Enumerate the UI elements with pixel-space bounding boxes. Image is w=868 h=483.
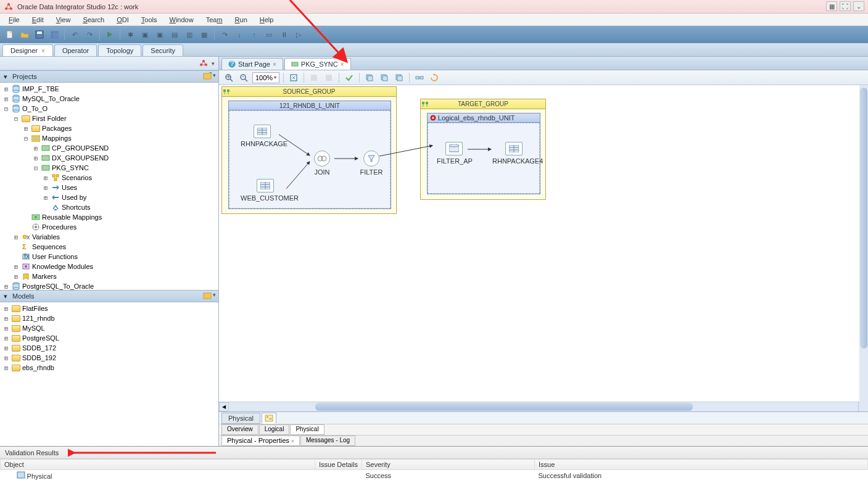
col-issue[interactable]: Issue (535, 460, 868, 470)
expand-icon[interactable]: ⊞ (2, 345, 10, 352)
zoom-select[interactable]: 100%▾ (252, 72, 279, 83)
menu-icon[interactable]: ▾ (213, 292, 216, 300)
expand-icon[interactable]: ⊞ (2, 305, 10, 312)
save-icon[interactable] (33, 28, 46, 41)
subtab-overview[interactable]: Overview (221, 424, 258, 435)
grid-icon-2[interactable] (323, 72, 335, 84)
tree-item[interactable]: ⊞Scenarios (0, 173, 218, 183)
expand-icon[interactable]: ⊞ (42, 175, 49, 181)
models-tree[interactable]: ⊞FlatFiles⊞121_rhndb⊞MySQL⊞PostgreSQL⊞SD… (0, 302, 218, 446)
collapse-icon[interactable]: ▾ (4, 73, 10, 81)
copy2-icon[interactable] (378, 72, 391, 84)
tree-item[interactable]: ⊞Packages (0, 123, 218, 133)
node-filter-ap[interactable]: FILTER_AP (437, 142, 471, 165)
expand-icon[interactable]: ⊟ (32, 165, 39, 171)
tree-item[interactable]: ⊞Used by (0, 192, 218, 202)
tree-item[interactable]: ⊞FlatFiles (0, 303, 218, 313)
tab-diagram-icon[interactable] (262, 413, 276, 424)
tree-item[interactable]: ⊟Mappings (0, 133, 218, 143)
close-icon[interactable]: × (341, 61, 344, 68)
tool-icon-3[interactable]: ▤ (168, 28, 181, 41)
grid-icon-1[interactable] (308, 72, 320, 84)
debug-icon[interactable]: ✱ (124, 28, 136, 41)
close-icon[interactable]: × (41, 47, 45, 54)
tab-physical[interactable]: Physical (221, 413, 260, 424)
tree-item[interactable]: ⊞ebs_rhndb (0, 363, 218, 373)
tree-item[interactable]: ⊞DX_GROUPSEND (0, 153, 218, 163)
menu-tools[interactable]: Tools (135, 15, 163, 25)
v-scrollbar[interactable] (859, 85, 868, 411)
tree-item[interactable]: Reusable Mappings (0, 212, 218, 222)
tab-pkg-sync[interactable]: PKG_SYNC × (284, 58, 351, 70)
step-over-icon[interactable]: ↷ (218, 28, 231, 41)
tool-icon-4[interactable]: ▥ (183, 28, 196, 41)
expand-icon[interactable]: ⊞ (2, 325, 10, 332)
collapse-icon[interactable]: ▾ (4, 292, 10, 300)
tree-item[interactable]: ⊞Uses (0, 183, 218, 192)
tab-messages-log[interactable]: Messages - Log (300, 436, 355, 446)
tab-physical-properties[interactable]: Physical - Properties × (221, 436, 300, 446)
new-project-icon[interactable]: + (203, 72, 212, 81)
expand-icon[interactable]: ⊞ (2, 365, 10, 371)
models-header[interactable]: ▾ Models ▾ (0, 290, 218, 302)
tree-item[interactable]: ⊞Knowledge Modules (0, 262, 218, 271)
node-rhnpackage4[interactable]: RHNPACKAGE4 (492, 142, 535, 165)
tool-icon-5[interactable]: ▦ (198, 28, 210, 41)
node-filter[interactable]: FILTER (359, 151, 384, 176)
tab-topology[interactable]: Topology (98, 44, 141, 56)
h-scrollbar[interactable]: ◀ ▶ (219, 402, 868, 411)
window-dropdown-icon[interactable]: ⌄ (853, 1, 864, 11)
tree-item[interactable]: ⊟First Folder (0, 114, 218, 123)
expand-icon[interactable]: ⊞ (22, 125, 30, 132)
new-model-icon[interactable] (203, 292, 212, 300)
tree-item[interactable]: ⊞SDDB_192 (0, 353, 218, 363)
projects-header[interactable]: ▾ Projects + ▾ (0, 70, 218, 83)
expand-icon[interactable]: ⊞ (32, 155, 39, 162)
menu-run[interactable]: Run (229, 15, 254, 25)
tree-item[interactable]: ⊟PKG_SYNC (0, 163, 218, 173)
tree-item[interactable]: ⊟O_To_O (0, 104, 218, 114)
copy-icon[interactable] (363, 72, 376, 84)
new-icon[interactable] (4, 28, 16, 41)
node-rhnpackage[interactable]: RHNPACKAGE (241, 125, 284, 147)
tree-item[interactable]: ΣSequences (0, 242, 218, 252)
tab-start-page[interactable]: ? Start Page × (221, 58, 283, 70)
tree-item[interactable]: ⊞PostgreSQL_To_Oracle (0, 281, 218, 290)
tree-item[interactable]: Shortcuts (0, 202, 218, 212)
source-group[interactable]: SOURCE_GROUP 121_RHNDB_L_UNIT RHNPACKAGE… (221, 86, 397, 214)
tree-item[interactable]: ⊞CP_GROUPSEND (0, 143, 218, 153)
tree-item[interactable]: ⊞PostgreSQL (0, 333, 218, 343)
copy3-icon[interactable] (393, 72, 405, 84)
tab-operator[interactable]: Operator (54, 44, 97, 56)
mapping-canvas[interactable]: SOURCE_GROUP 121_RHNDB_L_UNIT RHNPACKAGE… (219, 85, 868, 411)
col-issue-details[interactable]: Issue Details (315, 460, 362, 470)
link-icon[interactable] (413, 72, 426, 84)
window-grid-icon[interactable]: ▦ (826, 1, 837, 11)
step-out-icon[interactable]: ↑ (248, 28, 260, 41)
menu-help[interactable]: Help (254, 15, 280, 25)
tree-item[interactable]: ⊞MySQL (0, 323, 218, 333)
window-maximize-icon[interactable]: ⛶ (840, 1, 851, 11)
expand-icon[interactable]: ⊟ (2, 105, 10, 112)
refresh-icon[interactable] (428, 72, 440, 84)
expand-icon[interactable]: ⊞ (12, 273, 20, 280)
expand-icon[interactable]: ⊞ (12, 234, 20, 241)
target-unit[interactable]: Logical_ebs_rhndb_UNIT FILTER_AP RHNPACK… (427, 113, 540, 194)
zoom-out-icon[interactable]: - (238, 72, 250, 84)
expand-icon[interactable]: ⊞ (2, 86, 10, 93)
expand-icon[interactable]: ⊞ (2, 335, 10, 342)
tool-icon-1[interactable]: ▣ (139, 28, 151, 41)
expand-icon[interactable]: ⊞ (2, 96, 10, 102)
menu-file[interactable]: File (2, 15, 26, 25)
subtab-logical[interactable]: Logical (259, 424, 290, 435)
table-row[interactable]: Physical Success Successful validation (1, 470, 868, 482)
close-icon[interactable]: × (273, 61, 276, 68)
tree-item[interactable]: ⊞xVariables (0, 232, 218, 242)
tree-item[interactable]: ⊞121_rhndb (0, 313, 218, 323)
redo-icon[interactable]: ↷ (83, 28, 96, 41)
subtab-physical[interactable]: Physical (290, 424, 324, 435)
resume-icon[interactable]: ▷ (292, 28, 305, 41)
tree-item[interactable]: fxUser Functions (0, 252, 218, 262)
tree-item[interactable]: ⊞IMP_F_TBE (0, 84, 218, 94)
expand-icon[interactable]: ⊟ (22, 135, 30, 142)
